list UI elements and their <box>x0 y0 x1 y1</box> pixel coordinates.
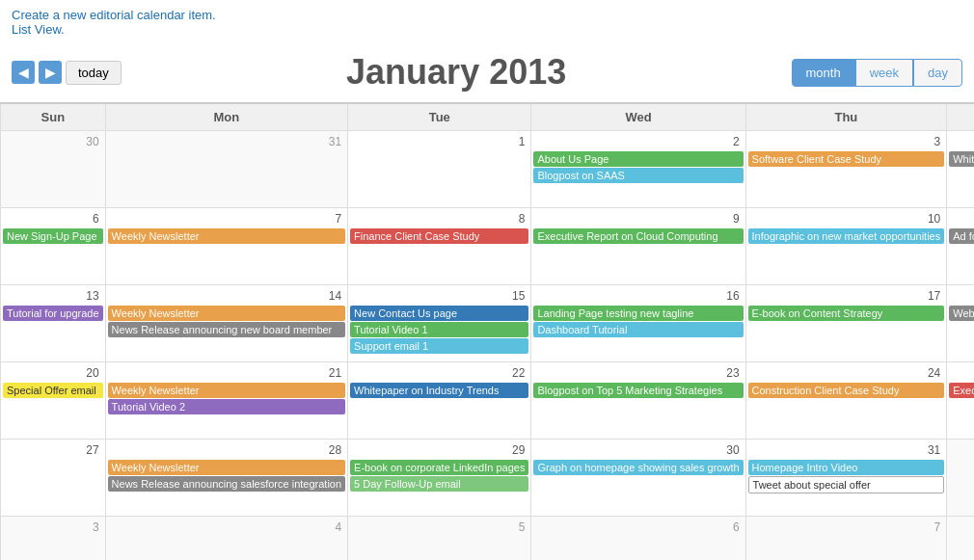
calendar-cell[interactable]: 6 <box>531 517 745 561</box>
calendar-cell[interactable]: 4Whitepaper on accounting software <box>947 131 974 208</box>
calendar-cell[interactable]: 4 <box>105 517 347 561</box>
calendar-event[interactable]: Ad for mobile devices <box>949 228 974 244</box>
calendar-cell[interactable]: 2About Us PageBlogpost on SAAS <box>531 131 745 208</box>
day-number: 1 <box>350 133 528 150</box>
calendar-event[interactable]: Weekly Newsletter <box>108 383 345 398</box>
prev-button[interactable]: ◀ <box>12 61 35 84</box>
create-item-link[interactable]: Create a new editorial calendar item. <box>12 8 216 22</box>
calendar-cell[interactable]: 23Blogpost on Top 5 Marketing Strategies <box>531 362 745 440</box>
day-view-button[interactable]: day <box>913 59 962 87</box>
calendar-cell[interactable]: 24Construction Client Case Study <box>745 362 947 440</box>
calendar-event[interactable]: Tutorial for upgrade <box>3 306 103 321</box>
today-button[interactable]: today <box>66 61 122 85</box>
calendar-cell[interactable]: 1 <box>947 440 974 517</box>
calendar-event[interactable]: Whitepaper on accounting software <box>949 151 974 167</box>
calendar-event[interactable]: Finance Client Case Study <box>350 228 528 244</box>
day-number: 6 <box>533 519 743 536</box>
day-number: 15 <box>350 287 528 305</box>
calendar-event[interactable]: Support email 1 <box>350 338 528 354</box>
day-number: 7 <box>108 210 345 227</box>
calendar-cell[interactable]: 15New Contact Us pageTutorial Video 1Sup… <box>348 285 531 362</box>
calendar-event[interactable]: Construction Client Case Study <box>748 383 945 398</box>
calendar-cell[interactable]: 30 <box>1 131 106 208</box>
calendar-event[interactable]: Special Offer email <box>3 383 103 398</box>
calendar-cell[interactable]: 5 <box>348 517 531 561</box>
calendar-cell[interactable]: 18Webinar on after sales service <box>947 285 974 362</box>
calendar-cell[interactable]: 31Homepage Intro VideoTweet about specia… <box>745 440 947 517</box>
calendar-cell[interactable]: 8 <box>947 517 974 561</box>
calendar-cell[interactable]: 11Ad for mobile devices <box>947 208 974 285</box>
calendar-cell[interactable]: 7Weekly Newsletter <box>105 208 347 285</box>
calendar-cell[interactable]: 13Tutorial for upgrade <box>1 285 106 362</box>
calendar-cell[interactable]: 20Special Offer email <box>1 362 106 440</box>
calendar-event[interactable]: Executive Report on Big Data <box>949 383 974 398</box>
calendar-event[interactable]: Weekly Newsletter <box>108 460 345 475</box>
weekday-header: Fri <box>947 103 974 131</box>
calendar-event[interactable]: Whitepaper on Industry Trends <box>350 383 528 398</box>
calendar-event[interactable]: Tweet about special offer <box>748 476 945 493</box>
next-button[interactable]: ▶ <box>39 61 62 84</box>
weekday-header: Sun <box>1 103 106 131</box>
day-number: 3 <box>3 519 103 536</box>
day-number: 4 <box>108 519 345 536</box>
weekday-header: Tue <box>348 103 531 131</box>
day-number: 31 <box>108 133 345 150</box>
day-number: 17 <box>748 287 945 305</box>
calendar-cell[interactable]: 30Graph on homepage showing sales growth <box>531 440 745 517</box>
day-number: 1 <box>949 441 974 459</box>
day-number: 27 <box>3 441 103 459</box>
calendar-event[interactable]: Software Client Case Study <box>748 151 945 167</box>
calendar-cell[interactable]: 22Whitepaper on Industry Trends <box>348 362 531 440</box>
calendar-event[interactable]: E-book on Content Strategy <box>748 306 945 321</box>
list-view-link[interactable]: List View. <box>12 22 65 37</box>
calendar-event[interactable]: Landing Page testing new tagline <box>533 306 743 321</box>
weekday-header: Mon <box>105 103 347 131</box>
calendar-event[interactable]: Weekly Newsletter <box>108 306 345 321</box>
calendar-event[interactable]: News Release announcing new board member <box>108 322 345 337</box>
day-number: 3 <box>748 133 945 150</box>
calendar-event[interactable]: Tutorial Video 2 <box>108 399 345 414</box>
calendar-cell[interactable]: 21Weekly NewsletterTutorial Video 2 <box>105 362 347 440</box>
calendar-event[interactable]: Homepage Intro Video <box>748 460 945 475</box>
calendar-event[interactable]: Webinar on after sales service <box>949 306 974 321</box>
calendar-event[interactable]: Blogpost on SAAS <box>533 168 743 183</box>
calendar-event[interactable]: 5 Day Follow-Up email <box>350 476 528 492</box>
day-number: 5 <box>350 519 528 536</box>
month-view-button[interactable]: month <box>792 59 855 87</box>
calendar-cell[interactable]: 14Weekly NewsletterNews Release announci… <box>105 285 347 362</box>
calendar-event[interactable]: News Release announcing salesforce integ… <box>108 476 345 492</box>
calendar-event[interactable]: Tutorial Video 1 <box>350 322 528 337</box>
calendar-cell[interactable]: 27 <box>1 440 106 517</box>
calendar-event[interactable]: Graph on homepage showing sales growth <box>533 460 743 475</box>
calendar-cell[interactable]: 9Executive Report on Cloud Computing <box>531 208 745 285</box>
calendar-event[interactable]: Infographic on new market opportunities <box>748 228 945 244</box>
weekday-header: Thu <box>745 103 947 131</box>
week-view-button[interactable]: week <box>855 59 913 87</box>
calendar-event[interactable]: Weekly Newsletter <box>108 228 345 244</box>
calendar-cell[interactable]: 3 <box>1 517 106 561</box>
day-number: 8 <box>949 519 974 536</box>
calendar-cell[interactable]: 31 <box>105 131 347 208</box>
calendar-cell[interactable]: 25Executive Report on Big Data <box>947 362 974 440</box>
calendar-event[interactable]: E-book on corporate LinkedIn pages <box>350 460 528 475</box>
calendar-cell[interactable]: 28Weekly NewsletterNews Release announci… <box>105 440 347 517</box>
nav-buttons: ◀ ▶ today <box>12 61 122 85</box>
calendar-event[interactable]: New Sign-Up Page <box>3 228 103 244</box>
calendar-cell[interactable]: 16Landing Page testing new taglineDashbo… <box>531 285 745 362</box>
calendar-event[interactable]: Executive Report on Cloud Computing <box>533 228 743 244</box>
day-number: 30 <box>3 133 103 150</box>
calendar-cell[interactable]: 1 <box>348 131 531 208</box>
calendar-event[interactable]: About Us Page <box>533 151 743 167</box>
calendar-cell[interactable]: 17E-book on Content Strategy <box>745 285 947 362</box>
day-number: 18 <box>949 287 974 305</box>
calendar-cell[interactable]: 3Software Client Case Study <box>745 131 947 208</box>
calendar-event[interactable]: New Contact Us page <box>350 306 528 321</box>
calendar-cell[interactable]: 8Finance Client Case Study <box>348 208 531 285</box>
calendar-event[interactable]: Dashboard Tutorial <box>533 322 743 337</box>
calendar-cell[interactable]: 10Infographic on new market opportunitie… <box>745 208 947 285</box>
calendar-cell[interactable]: 29E-book on corporate LinkedIn pages5 Da… <box>348 440 531 517</box>
calendar-event[interactable]: Blogpost on Top 5 Marketing Strategies <box>533 383 743 398</box>
calendar-cell[interactable]: 7 <box>745 517 947 561</box>
calendar-header: ◀ ▶ today January 2013 month week day <box>0 44 974 102</box>
calendar-cell[interactable]: 6New Sign-Up Page <box>1 208 106 285</box>
